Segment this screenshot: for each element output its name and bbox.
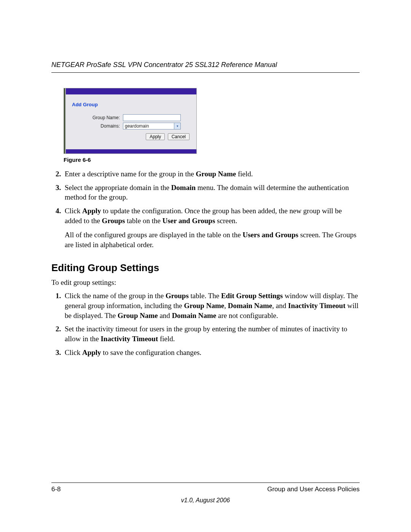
manual-header-title: NETGEAR ProSafe SSL VPN Concentrator 25 … [51, 60, 360, 69]
e1-b2: Edit Group Settings [221, 292, 283, 300]
cancel-button[interactable]: Cancel [168, 133, 190, 140]
step-2: Enter a descriptive name for the group i… [63, 169, 360, 179]
domains-select[interactable]: geardomain ▾ [123, 123, 181, 129]
step-4-t4: screen. [215, 217, 237, 225]
e3-t2: to save the configuration changes. [101, 348, 202, 356]
paragraph-groups-display: All of the configured groups are display… [65, 230, 360, 249]
step-2-bold-group-name: Group Name [196, 170, 236, 178]
step-2-text-a: Enter a descriptive name for the group i… [65, 170, 196, 178]
step-3-text-a: Select the appropriate domain in the [65, 184, 171, 192]
step-4-t1: Click [65, 207, 82, 215]
header-rule [51, 72, 360, 73]
domains-label: Domains: [71, 123, 123, 129]
e2-b1: Inactivity Timeout [100, 335, 158, 343]
e1-t7: and [158, 312, 172, 320]
domains-selected-value: geardomain [123, 123, 174, 129]
edit-step-3: Click Apply to save the configuration ch… [63, 348, 360, 358]
e1-t5: , and [272, 302, 288, 310]
para-t1: All of the configured groups are display… [65, 231, 242, 239]
figure-caption: Figure 6-6 [64, 156, 360, 164]
step-4-b1: Apply [82, 207, 101, 215]
e1-b7: Domain Name [172, 312, 217, 320]
apply-button[interactable]: Apply [146, 133, 165, 140]
e1-b4: Domain Name [228, 302, 272, 310]
e2-t2: field. [158, 335, 175, 343]
e3-t1: Click [65, 348, 82, 356]
e1-t1: Click the name of the group in the [65, 292, 166, 300]
edit-step-1: Click the name of the group in the Group… [63, 291, 360, 320]
e3-b1: Apply [82, 348, 101, 356]
e1-b6: Group Name [118, 312, 158, 320]
footer-rule [51, 482, 360, 483]
shot-bottombar [66, 149, 196, 153]
step-4-b3: User and Groups [162, 217, 215, 225]
shot-titlebar [66, 88, 196, 94]
e1-b1: Groups [166, 292, 189, 300]
step-4-t3: table on the [125, 217, 162, 225]
footer-section-title: Group and User Access Policies [267, 485, 360, 494]
panel-title: Add Group [72, 101, 191, 108]
group-name-input[interactable] [123, 114, 181, 121]
footer-version: v1.0, August 2006 [51, 496, 360, 505]
section-heading: Editing Group Settings [51, 261, 360, 275]
edit-step-2: Set the inactivity timeout for users in … [63, 324, 360, 343]
steps-list-top: Enter a descriptive name for the group i… [51, 169, 360, 225]
step-4-b2: Groups [102, 217, 125, 225]
step-4: Click Apply to update the configuration.… [63, 206, 360, 225]
e1-t4: , [224, 302, 228, 310]
para-b1: Users and Groups [242, 231, 298, 239]
step-2-text-b: field. [236, 170, 253, 178]
e1-t2: table. The [189, 292, 221, 300]
group-name-label: Group Name: [71, 115, 123, 121]
domains-row: Domains: geardomain ▾ [71, 123, 191, 129]
footer-page-number: 6-8 [51, 485, 61, 494]
e1-b5: Inactivity Timeout [288, 302, 346, 310]
steps-list-bottom: Click the name of the group in the Group… [51, 291, 360, 357]
e1-b3: Group Name [184, 302, 224, 310]
step-3: Select the appropriate domain in the Dom… [63, 183, 360, 202]
group-name-row: Group Name: [71, 114, 191, 121]
chevron-down-icon: ▾ [174, 123, 180, 129]
add-group-screenshot: Add Group Group Name: Domains: geardomai… [64, 88, 197, 154]
e1-t8: are not configurable. [216, 312, 278, 320]
page-footer: 6-8 Group and User Access Policies v1.0,… [51, 482, 360, 505]
section-intro: To edit group settings: [51, 278, 360, 288]
step-3-bold-domain: Domain [171, 184, 196, 192]
